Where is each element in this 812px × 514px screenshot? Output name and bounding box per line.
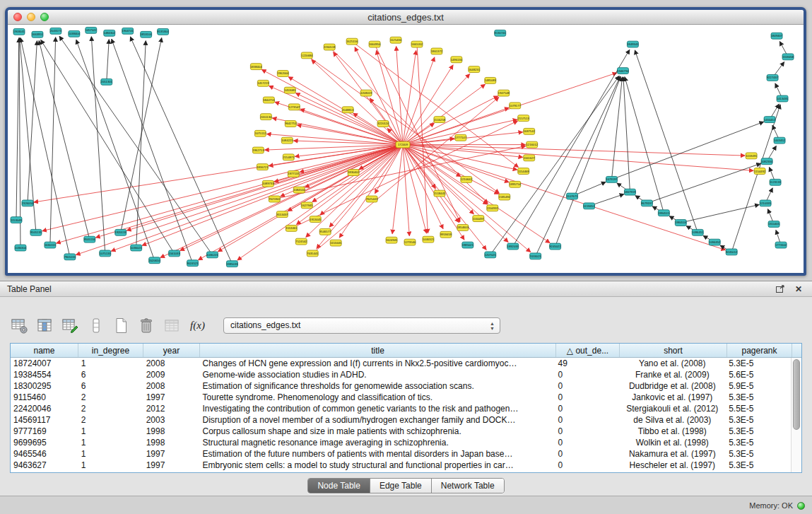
- graph-edge[interactable]: [59, 36, 212, 255]
- graph-node[interactable]: 1985021: [462, 242, 474, 248]
- window-titlebar[interactable]: citations_edges.txt: [8, 10, 804, 25]
- graph-node[interactable]: 1273547: [288, 104, 300, 110]
- table-cell[interactable]: 1998: [143, 437, 200, 448]
- graph-edge[interactable]: [647, 163, 760, 203]
- graph-node[interactable]: 1107671: [567, 193, 579, 199]
- graph-node[interactable]: 1962004: [277, 71, 289, 77]
- graph-node[interactable]: 7635441: [307, 250, 319, 257]
- graph-edge[interactable]: [20, 38, 70, 257]
- graph-edge[interactable]: [403, 145, 443, 229]
- table-cell[interactable]: 18724007: [11, 358, 78, 369]
- table-cell[interactable]: 49: [555, 358, 619, 369]
- graph-node[interactable]: 7524542: [295, 238, 307, 245]
- graph-edge[interactable]: [681, 204, 759, 223]
- graph-node[interactable]: 1895754: [510, 181, 522, 187]
- table-cell[interactable]: 5.6E-5: [726, 369, 791, 380]
- column-header-short[interactable]: short: [620, 344, 727, 357]
- network-canvas[interactable]: 1724091838404145721918447162051130107511…: [8, 25, 804, 273]
- graph-node[interactable]: 9642751: [285, 121, 297, 127]
- table-cell[interactable]: 5.3E-5: [726, 358, 791, 369]
- table-cell[interactable]: 22420046: [11, 403, 78, 414]
- graph-node[interactable]: 8135304: [157, 28, 169, 35]
- graph-node[interactable]: 1892033: [507, 243, 519, 250]
- graph-node[interactable]: 1661052: [411, 41, 423, 47]
- graph-node[interactable]: 1079177: [510, 103, 522, 109]
- table-cell[interactable]: 0: [555, 437, 619, 448]
- graph-edge[interactable]: [417, 45, 428, 233]
- minimize-window-button[interactable]: [27, 13, 35, 21]
- table-cell[interactable]: 5.9E-5: [726, 380, 791, 392]
- import-table-button[interactable]: [163, 316, 182, 335]
- table-cell[interactable]: 2: [78, 414, 143, 426]
- graph-edge[interactable]: [555, 76, 621, 246]
- graph-edge[interactable]: [403, 145, 531, 252]
- graph-edge[interactable]: [334, 52, 403, 145]
- graph-node[interactable]: 1036304: [15, 245, 27, 251]
- table-cell[interactable]: 5.3E-5: [726, 437, 791, 448]
- table-cell[interactable]: 1: [78, 358, 143, 369]
- column-header-in-degree[interactable]: in_degree: [78, 344, 143, 357]
- graph-edge[interactable]: [375, 45, 460, 222]
- graph-node[interactable]: 1679197: [606, 176, 618, 182]
- table-cell[interactable]: Estimation of the future numbers of pati…: [200, 448, 555, 460]
- table-cell[interactable]: Tibbo et al. (1998): [618, 426, 726, 437]
- graph-edge[interactable]: [19, 38, 20, 248]
- table-cell[interactable]: Changes of HCN gene expression and I(f) …: [200, 358, 555, 369]
- graph-node[interactable]: 2154871: [283, 154, 295, 160]
- table-cell[interactable]: 2003: [143, 414, 200, 426]
- graph-node[interactable]: 1220684: [301, 52, 313, 59]
- close-window-button[interactable]: [13, 13, 22, 21]
- graph-node[interactable]: 1075133: [100, 250, 112, 257]
- graph-node[interactable]: 2051130: [260, 114, 272, 120]
- graph-node[interactable]: 9245012: [726, 249, 738, 255]
- graph-node[interactable]: 1844716: [263, 97, 275, 103]
- table-row[interactable]: 1456911722003Disruption of a novel membe…: [11, 414, 791, 426]
- table-cell[interactable]: Investigating the contribution of common…: [200, 403, 555, 414]
- table-cell[interactable]: 1997: [143, 392, 200, 403]
- table-cell[interactable]: 9465546: [11, 448, 78, 460]
- graph-node[interactable]: 1985033: [226, 261, 238, 267]
- tab-network-table[interactable]: Network Table: [432, 479, 504, 493]
- graph-edge[interactable]: [403, 145, 753, 171]
- graph-node[interactable]: 8679197: [641, 200, 653, 206]
- graph-node[interactable]: 1624945: [386, 237, 398, 243]
- graph-node[interactable]: 1153445: [330, 240, 342, 246]
- table-cell[interactable]: 0: [555, 448, 619, 460]
- table-cell[interactable]: 9115460: [11, 392, 78, 403]
- graph-node[interactable]: 1208019: [360, 90, 372, 96]
- function-builder-button[interactable]: f(x): [188, 316, 207, 335]
- table-cell[interactable]: Structural magnetic resonance image aver…: [200, 437, 555, 448]
- table-cell[interactable]: Dudbridge et al. (2008): [618, 380, 726, 392]
- graph-edge[interactable]: [136, 41, 146, 248]
- table-cell[interactable]: 0: [555, 369, 619, 380]
- graph-node[interactable]: 1648231: [469, 66, 481, 73]
- column-header-year[interactable]: year: [143, 344, 200, 357]
- graph-node[interactable]: 1216012: [526, 141, 539, 148]
- graph-node[interactable]: 1994515: [658, 210, 670, 216]
- graph-node[interactable]: 9505135: [30, 229, 42, 235]
- graph-edge[interactable]: [107, 40, 109, 82]
- graph-node[interactable]: 1854603: [457, 224, 469, 230]
- table-cell[interactable]: 5.3E-5: [726, 448, 791, 460]
- table-cell[interactable]: Jankovic et al. (1997): [618, 392, 726, 403]
- graph-node[interactable]: 1561033: [168, 250, 180, 257]
- table-cell[interactable]: Nakamura et al. (1997): [618, 448, 726, 460]
- graph-node[interactable]: 1443452: [774, 137, 786, 144]
- graph-node[interactable]: 1838404: [250, 64, 262, 70]
- graph-node[interactable]: 1484302: [104, 30, 116, 36]
- graph-edge[interactable]: [611, 77, 622, 180]
- graph-node[interactable]: 1920133: [115, 229, 127, 235]
- graph-node[interactable]: 1947548: [498, 90, 510, 96]
- table-row[interactable]: 977716911998Corpus callosum shape and si…: [11, 426, 791, 437]
- graph-node[interactable]: 1849341: [627, 41, 639, 47]
- graph-node[interactable]: 1154492: [754, 168, 766, 175]
- graph-edge[interactable]: [536, 76, 620, 256]
- row-height-button[interactable]: [86, 316, 105, 335]
- table-cell[interactable]: 19384554: [11, 369, 78, 380]
- graph-node[interactable]: 1154469: [518, 168, 530, 175]
- graph-node[interactable]: 1153049: [11, 217, 23, 223]
- graph-node[interactable]: 1946794: [617, 68, 629, 74]
- table-cell[interactable]: 9777169: [11, 426, 78, 437]
- graph-node[interactable]: 1434451: [764, 117, 776, 123]
- graph-node[interactable]: 1159452: [584, 203, 596, 209]
